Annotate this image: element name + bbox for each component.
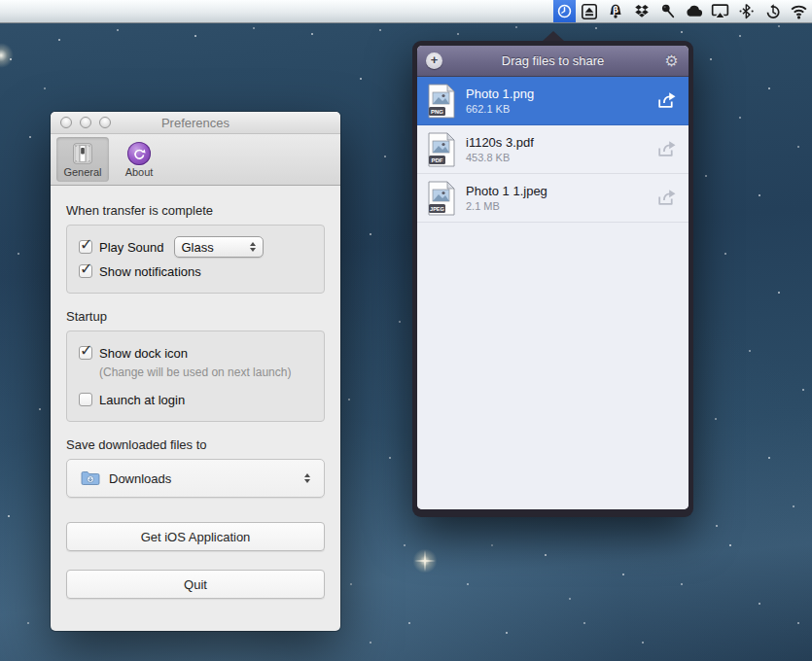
svg-text:PDF: PDF — [432, 157, 443, 162]
show-notifications-label: Show notifications — [99, 264, 201, 279]
preferences-toolbar: General About — [51, 134, 340, 186]
add-file-button[interactable]: + — [426, 52, 442, 69]
dropbox-menubar-icon[interactable] — [628, 0, 654, 22]
launch-at-login-checkbox[interactable] — [79, 393, 92, 406]
share-button[interactable] — [655, 140, 678, 158]
dropbox-icon — [633, 3, 651, 20]
eject-icon — [581, 3, 598, 20]
tab-about-label: About — [125, 166, 154, 178]
share-button[interactable] — [655, 91, 678, 110]
svg-text:JPEG: JPEG — [430, 205, 444, 211]
select-arrows-icon — [250, 242, 256, 252]
pdf-file-icon: PDF — [426, 132, 457, 167]
time-machine-icon — [764, 3, 782, 20]
preferences-titlebar[interactable]: Preferences — [51, 112, 340, 134]
file-name: i1120s 3.pdf — [466, 135, 647, 150]
clock-dial-icon — [556, 3, 573, 19]
airplay-menubar-icon[interactable] — [707, 0, 733, 22]
svg-text:PNG: PNG — [431, 108, 443, 114]
popover-title: Drag files to share — [442, 53, 663, 68]
sound-select[interactable]: Glass — [174, 236, 264, 258]
show-dock-icon-label: Show dock icon — [99, 346, 188, 361]
file-size: 662.1 KB — [466, 103, 647, 115]
file-size: 453.8 KB — [466, 152, 647, 163]
download-folder-value: Downloads — [109, 471, 171, 486]
bluetooth-icon — [738, 3, 755, 19]
window-controls — [60, 117, 111, 128]
transfer-section-label: When transfer is complete — [66, 203, 325, 218]
save-section-label: Save downloaded files to — [66, 437, 325, 452]
settings-gear-icon[interactable]: ⚙ — [663, 52, 680, 70]
png-file-icon: PNG — [426, 84, 457, 119]
wifi-icon — [790, 2, 808, 20]
about-icon — [126, 141, 152, 166]
edge-star — [0, 43, 14, 68]
cloud-menubar-icon[interactable] — [681, 0, 707, 22]
share-popover: + Drag files to share ⚙ PNG Photo 1.png … — [412, 41, 693, 517]
share-button[interactable] — [655, 189, 678, 207]
file-name: Photo 1.png — [466, 87, 647, 101]
file-name: Photo 1 1.jpeg — [466, 184, 647, 198]
check-mark: ✓ — [80, 341, 92, 360]
file-row[interactable]: PNG Photo 1.png 662.1 KB — [417, 77, 688, 125]
bright-star — [412, 548, 438, 574]
jpeg-file-icon: JPEG — [426, 181, 457, 216]
switch-icon — [70, 141, 95, 166]
bluetooth-menubar-icon[interactable] — [733, 0, 759, 22]
startup-groupbox: ✓ Show dock icon (Change will be used on… — [66, 330, 325, 422]
show-dock-icon-checkbox[interactable]: ✓ — [79, 346, 92, 360]
drop-zone[interactable] — [417, 223, 688, 509]
minimize-button[interactable] — [80, 117, 91, 128]
startup-section-label: Startup — [66, 309, 325, 324]
zoom-button[interactable] — [99, 117, 111, 128]
file-meta: i1120s 3.pdf 453.8 KB — [466, 135, 647, 163]
dock-icon-note: (Change will be used on next launch) — [99, 365, 312, 379]
file-meta: Photo 1 1.jpeg 2.1 MB — [466, 184, 647, 212]
wifi-menubar-icon[interactable] — [786, 0, 812, 22]
window-title: Preferences — [161, 116, 229, 130]
sound-select-value: Glass — [182, 240, 214, 255]
time-machine-menubar-icon[interactable] — [759, 0, 786, 22]
preferences-window: Preferences General — [51, 112, 340, 631]
beta-bell-menubar-icon[interactable]: β — [602, 0, 628, 22]
eject-panel-menubar-icon[interactable] — [576, 0, 602, 22]
select-arrows-icon — [304, 473, 310, 483]
download-folder-select[interactable]: Downloads — [66, 459, 325, 498]
bell-icon: β — [607, 3, 624, 20]
tab-general-label: General — [63, 166, 101, 178]
quit-button[interactable]: Quit — [66, 570, 325, 599]
airplay-display-icon — [711, 2, 729, 20]
pushpin-menubar-icon[interactable] — [654, 0, 681, 22]
tab-general[interactable]: General — [56, 137, 109, 182]
menu-bar: β — [0, 0, 812, 23]
get-ios-application-button[interactable]: Get iOS Application — [66, 522, 325, 551]
play-sound-checkbox[interactable]: ✓ — [79, 240, 92, 254]
check-mark: ✓ — [80, 235, 92, 254]
pin-icon — [659, 3, 676, 19]
file-row[interactable]: JPEG Photo 1 1.jpeg 2.1 MB — [417, 174, 688, 223]
check-mark: ✓ — [80, 260, 92, 278]
file-meta: Photo 1.png 662.1 KB — [466, 87, 647, 115]
tab-about[interactable]: About — [113, 137, 165, 182]
transfer-groupbox: ✓ Play Sound Glass ✓ Show notifications — [66, 225, 325, 294]
popover-arrow — [543, 31, 564, 41]
popover-header: + Drag files to share ⚙ — [417, 46, 688, 77]
app-clock-menubar-icon[interactable] — [553, 0, 576, 22]
downloads-folder-icon — [81, 470, 100, 486]
preferences-content: When transfer is complete ✓ Play Sound G… — [51, 186, 340, 599]
launch-at-login-label: Launch at login — [99, 393, 185, 407]
close-button[interactable] — [60, 117, 72, 128]
play-sound-label: Play Sound — [99, 240, 164, 255]
file-size: 2.1 MB — [466, 200, 647, 212]
svg-text:β: β — [612, 5, 618, 15]
cloud-icon — [685, 2, 703, 20]
show-notifications-checkbox[interactable]: ✓ — [79, 264, 92, 278]
file-row[interactable]: PDF i1120s 3.pdf 453.8 KB — [417, 125, 688, 174]
